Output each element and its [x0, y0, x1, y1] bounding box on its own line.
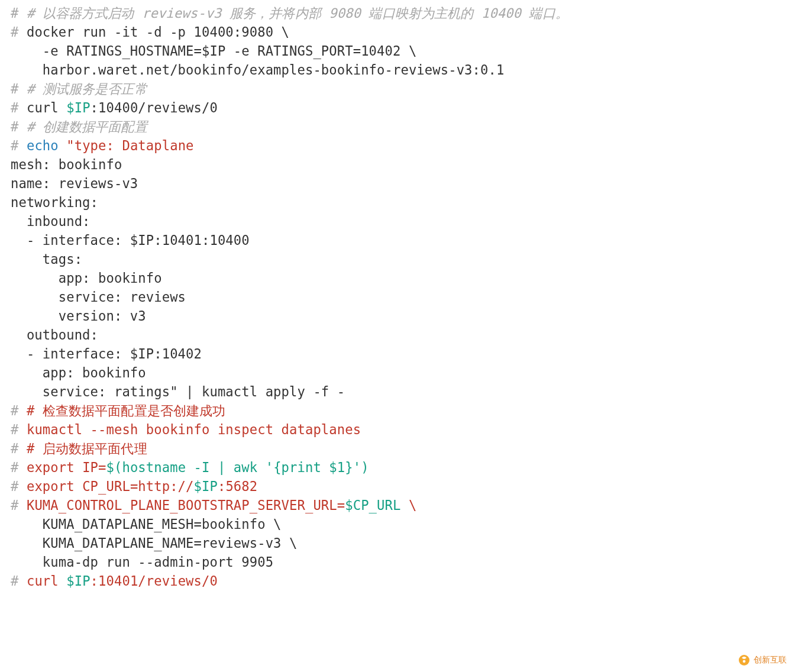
comment: # 测试服务是否正常	[27, 81, 147, 96]
code-block: # # 以容器方式启动 reviews-v3 服务，并将内部 9080 端口映射…	[0, 0, 795, 601]
svg-point-0	[739, 655, 749, 665]
cmd: export IP=	[27, 460, 106, 475]
prompt: #	[11, 573, 27, 589]
logo-icon	[738, 654, 750, 666]
cmd: KUMA_CONTROL_PLANE_BOOTSTRAP_SERVER_URL=	[27, 497, 345, 513]
yaml: - interface: $IP:10401:10400	[11, 232, 250, 248]
prompt: #	[11, 422, 27, 437]
cmd: KUMA_DATAPLANE_NAME=reviews-v3 \	[11, 535, 298, 551]
cmd: :10400/reviews/0	[91, 100, 218, 115]
cmd: :10401/reviews/0	[91, 573, 218, 589]
yaml: mesh: bookinfo	[11, 157, 122, 172]
yaml: inbound:	[11, 214, 91, 229]
cmd: kumactl --mesh bookinfo inspect dataplan…	[27, 422, 361, 437]
keyword-echo: echo	[27, 138, 59, 153]
cmd: -e RATINGS_HOSTNAME=$IP -e RATINGS_PORT=…	[11, 43, 416, 59]
prompt: #	[11, 497, 27, 513]
comment-red: # 检查数据平面配置是否创建成功	[27, 403, 225, 418]
cmd: :5682	[218, 479, 257, 494]
yaml: service: reviews	[11, 289, 186, 305]
subshell: $(hostname -I | awk '{print $1}')	[106, 460, 369, 475]
var: $IP	[66, 100, 90, 115]
prompt: #	[11, 119, 27, 134]
prompt: #	[11, 460, 27, 475]
svg-point-1	[743, 660, 746, 663]
comment: # 创建数据平面配置	[27, 119, 147, 134]
yaml: - interface: $IP:10402	[11, 346, 202, 361]
prompt: #	[11, 138, 27, 153]
yaml: networking:	[11, 195, 98, 210]
var: $CP_URL	[345, 497, 400, 513]
prompt: #	[11, 479, 27, 494]
yaml: tags:	[11, 251, 82, 267]
yaml: version: v3	[11, 308, 146, 324]
prompt: #	[11, 441, 27, 456]
cmd: KUMA_DATAPLANE_MESH=bookinfo \	[11, 516, 282, 532]
yaml: outbound:	[11, 327, 98, 343]
prompt: #	[11, 24, 27, 40]
yaml: name: reviews-v3	[11, 176, 138, 191]
var: $IP	[194, 479, 218, 494]
prompt: #	[11, 100, 27, 115]
cmd: export CP_URL=http://	[27, 479, 194, 494]
cmd: kuma-dp run --admin-port 9905	[11, 554, 273, 570]
cmd: | kumactl apply -f -	[178, 384, 345, 399]
yaml: service: ratings"	[11, 384, 178, 399]
cmd: docker run -it -d -p 10400:9080 \	[27, 24, 289, 40]
yaml: app: bookinfo	[11, 270, 162, 286]
cmd: \	[400, 497, 416, 513]
cmd: curl	[27, 100, 66, 115]
prompt: #	[11, 81, 27, 96]
prompt: #	[11, 5, 27, 21]
cmd: harbor.waret.net/bookinfo/examples-booki…	[11, 62, 504, 77]
yaml: app: bookinfo	[11, 365, 146, 380]
prompt: #	[11, 403, 27, 418]
string: "type: Dataplane	[66, 138, 193, 153]
comment-red: # 启动数据平面代理	[27, 441, 147, 456]
watermark-text: 创新互联	[754, 655, 787, 665]
watermark: 创新互联	[738, 654, 787, 666]
cmd: curl	[27, 573, 66, 589]
var: $IP	[66, 573, 90, 589]
comment: # 以容器方式启动 reviews-v3 服务，并将内部 9080 端口映射为主…	[27, 5, 568, 21]
